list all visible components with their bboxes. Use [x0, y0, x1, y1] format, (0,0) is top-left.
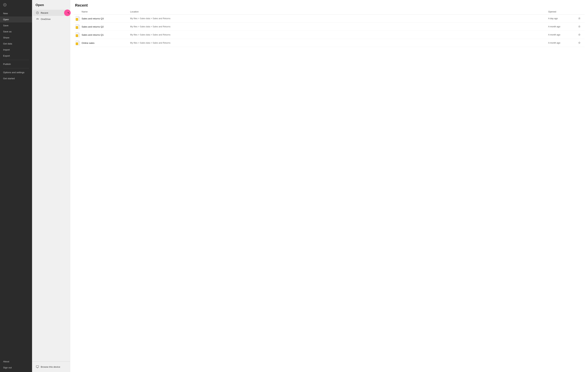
cursor-pink-circle	[64, 10, 71, 16]
sidebar-item-import[interactable]: Import	[0, 47, 32, 53]
pin-button[interactable]	[576, 41, 583, 44]
file-location: My files > Sales data > Sales and Return…	[130, 17, 548, 20]
sidebar-item-options-settings[interactable]: Options and settings	[0, 69, 32, 75]
file-location: My files > Sales data > Sales and Return…	[130, 42, 548, 44]
sidebar-item-import-label: Import	[3, 49, 10, 51]
middle-panel: Open Recent ↖ OneDrive	[32, 0, 70, 372]
file-name: Online sales	[82, 42, 130, 44]
file-opened: A day ago	[548, 17, 576, 20]
sidebar-item-options-settings-label: Options and settings	[3, 71, 24, 74]
sidebar-item-save-as-label: Save as	[3, 30, 12, 33]
file-badge: 4	[76, 18, 78, 20]
sidebar-item-get-started-label: Get started	[3, 77, 15, 80]
onedrive-icon	[36, 18, 39, 20]
pin-button[interactable]	[576, 25, 583, 28]
sidebar-item-export[interactable]: Export	[0, 53, 32, 59]
main-content: Recent Name Location Opened 4 Sales and …	[70, 0, 588, 372]
sidebar: New Open Save Save as Share Get data Imp…	[0, 0, 32, 372]
middle-nav-onedrive-label: OneDrive	[41, 18, 51, 20]
table-row[interactable]: 4 Sales and returns Q3 My files > Sales …	[74, 15, 585, 23]
middle-panel-title: Open	[32, 0, 70, 10]
sidebar-nav: New Open Save Save as Share Get data Imp…	[0, 10, 32, 359]
file-name: Sales and returns Q1	[82, 34, 130, 36]
back-button[interactable]	[1, 1, 8, 8]
file-opened: A month ago	[548, 34, 576, 36]
cursor-arrow: ↖	[67, 11, 70, 15]
sidebar-item-sign-out-label: Sign out	[3, 366, 12, 369]
file-badge: 4	[76, 26, 78, 29]
sidebar-item-save-label: Save	[3, 24, 9, 27]
table-header: Name Location Opened	[74, 9, 585, 15]
middle-nav-onedrive[interactable]: OneDrive	[33, 16, 69, 22]
table-row[interactable]: 4 Online sales My files > Sales data > S…	[74, 39, 585, 47]
sidebar-item-save-as[interactable]: Save as	[0, 29, 32, 35]
file-table: Name Location Opened 4 Sales and returns…	[70, 9, 588, 372]
table-row[interactable]: 4 Sales and returns Q1 My files > Sales …	[74, 31, 585, 39]
header-location: Location	[130, 10, 548, 13]
svg-rect-2	[36, 366, 39, 367]
sidebar-item-new-label: New	[3, 12, 8, 15]
file-name: Sales and returns Q2	[82, 25, 130, 28]
sidebar-divider-1	[3, 60, 29, 60]
sidebar-item-export-label: Export	[3, 54, 10, 57]
clock-icon	[36, 11, 39, 14]
sidebar-item-get-data[interactable]: Get data	[0, 41, 32, 47]
file-location: My files > Sales data > Sales and Return…	[130, 25, 548, 28]
sidebar-divider-2	[3, 68, 29, 68]
svg-point-0	[3, 3, 6, 6]
main-title: Recent	[70, 0, 588, 9]
header-opened: Opened	[548, 10, 576, 13]
sidebar-item-get-started[interactable]: Get started	[0, 75, 32, 81]
file-badge: 4	[76, 42, 78, 45]
sidebar-bottom: About Sign out	[0, 359, 32, 372]
file-icon: 4	[75, 32, 80, 37]
sidebar-item-share[interactable]: Share	[0, 35, 32, 41]
pin-button[interactable]	[576, 33, 583, 36]
sidebar-item-save[interactable]: Save	[0, 22, 32, 29]
file-location: My files > Sales data > Sales and Return…	[130, 34, 548, 36]
file-icon: 4	[75, 24, 80, 29]
sidebar-item-open-label: Open	[3, 18, 9, 21]
file-name: Sales and returns Q3	[82, 17, 130, 20]
file-opened: A month ago	[548, 42, 576, 44]
sidebar-item-publish-label: Publish	[3, 63, 11, 65]
sidebar-item-sign-out[interactable]: Sign out	[0, 364, 32, 371]
middle-nav-recent[interactable]: Recent ↖	[33, 10, 69, 16]
sidebar-item-open[interactable]: Open	[0, 16, 32, 22]
middle-nav-recent-label: Recent	[41, 12, 48, 14]
browse-device-button[interactable]: Browse this device	[33, 364, 69, 370]
file-icon: 4	[75, 16, 80, 21]
sidebar-item-new[interactable]: New	[0, 10, 32, 16]
browse-device-label: Browse this device	[41, 366, 60, 368]
sidebar-item-publish[interactable]: Publish	[0, 61, 32, 67]
header-name: Name	[82, 10, 130, 13]
sidebar-item-about[interactable]: About	[0, 359, 32, 364]
sidebar-item-about-label: About	[3, 360, 9, 363]
middle-bottom: Browse this device	[32, 362, 70, 372]
file-badge: 4	[76, 34, 78, 37]
table-row[interactable]: 4 Sales and returns Q2 My files > Sales …	[74, 23, 585, 31]
computer-icon	[36, 365, 39, 368]
pin-button[interactable]	[576, 17, 583, 20]
sidebar-item-share-label: Share	[3, 36, 9, 39]
file-icon: 4	[75, 40, 80, 45]
sidebar-item-get-data-label: Get data	[3, 42, 12, 45]
file-opened: A month ago	[548, 25, 576, 28]
